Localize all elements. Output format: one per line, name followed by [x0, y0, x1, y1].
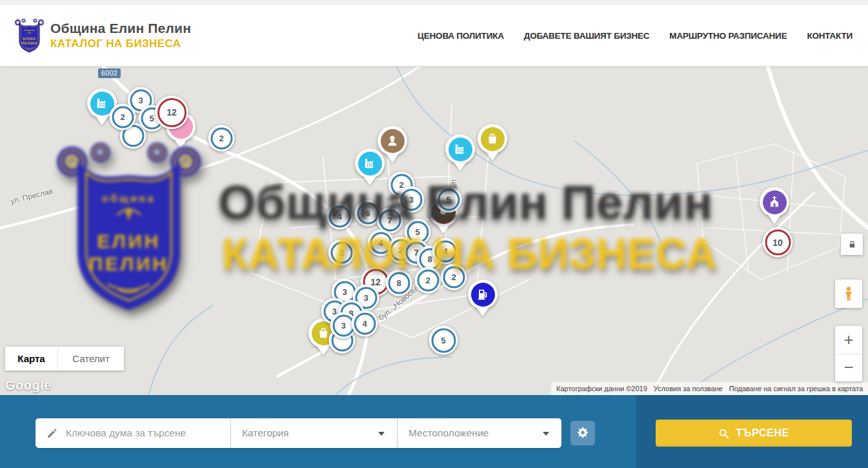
page: община ЕЛИН ПЕЛИН Община Елин Пелин КАТА…: [0, 0, 868, 468]
pencil-icon: [46, 428, 57, 439]
cluster-marker[interactable]: 3: [398, 187, 425, 213]
cluster-count: 2: [219, 134, 223, 143]
search-input-group: Категория Местоположение: [35, 418, 561, 448]
cluster-count: 8: [396, 278, 401, 288]
cluster-count: 12: [167, 107, 177, 117]
category-marker[interactable]: [760, 187, 789, 217]
cluster-count: 4: [378, 238, 383, 248]
cluster-count: 5: [441, 336, 445, 345]
cluster-count: 5: [149, 114, 154, 123]
cluster-count: 3: [341, 321, 345, 331]
google-logo[interactable]: Google: [5, 378, 52, 393]
attribution-text: Картографски данни ©2019: [553, 385, 651, 392]
map-attribution: Картографски данни ©2019Условия за ползв…: [551, 382, 868, 395]
category-marker[interactable]: [445, 134, 475, 164]
cluster-marker[interactable]: 5: [436, 187, 462, 213]
site-subtitle: КАТАЛОГ НА БИЗНЕСА: [50, 37, 191, 50]
category-marker[interactable]: [468, 280, 498, 309]
cluster-count: 7: [387, 216, 392, 225]
search-button[interactable]: ТЪРСЕНЕ: [656, 420, 852, 447]
cluster-count: 5: [415, 227, 419, 237]
lock-icon: [847, 239, 857, 249]
attribution-link[interactable]: Подаване на сигнал за грешка в картата: [726, 385, 866, 392]
nav-item[interactable]: ДОБАВЕТЕ ВАШИЯТ БИЗНЕС: [524, 31, 650, 41]
category-marker[interactable]: [478, 124, 507, 154]
map-type-control: Карта Сателит: [5, 347, 124, 371]
fuel-icon: [471, 283, 495, 307]
cluster-marker[interactable]: 4: [432, 238, 459, 265]
cluster-marker[interactable]: 10: [763, 227, 793, 258]
cluster-count: 3: [342, 287, 347, 297]
cluster-marker[interactable]: 4: [327, 203, 353, 230]
map-canvas[interactable]: 6002 ул. Преславбул. „Новоселции 3251222…: [0, 66, 868, 395]
zoom-out-button[interactable]: −: [835, 354, 862, 382]
site-logo[interactable]: община ЕЛИН ПЕЛИН Община Елин Пелин КАТА…: [14, 17, 191, 54]
cluster-count: 12: [370, 276, 381, 287]
nav-item[interactable]: МАРШРУТНО РАЗПИСАНИЕ: [669, 31, 787, 41]
category-select[interactable]: Категория: [242, 427, 397, 439]
municipality-crest-icon: община ЕЛИН ПЕЛИН: [14, 17, 45, 54]
search-button-label: ТЪРСЕНЕ: [736, 427, 789, 439]
svg-text:ПЕЛИН: ПЕЛИН: [21, 41, 37, 45]
top-strip: [0, 0, 868, 5]
nav: ЦЕНОВА ПОЛИТИКАДОБАВЕТЕ ВАШИЯТ БИЗНЕСМАР…: [418, 31, 853, 41]
cluster-marker[interactable]: 4: [352, 310, 378, 337]
cluster-count: 8: [427, 254, 432, 264]
chevron-down-icon[interactable]: [543, 432, 549, 436]
cluster-count: 3: [409, 195, 413, 205]
cluster-count: 2: [120, 112, 125, 122]
cluster-marker[interactable]: 2: [415, 267, 441, 294]
zoom-in-button[interactable]: +: [835, 326, 862, 354]
church-icon: [763, 190, 787, 214]
cluster-count: 3: [138, 96, 143, 105]
cluster-marker[interactable]: 12: [155, 96, 188, 129]
search-panel: Категория Местоположение ТЪРСЕНЕ: [0, 395, 868, 468]
site-title: Община Елин Пелин: [50, 21, 191, 36]
factory-icon: [358, 152, 382, 176]
map-type-satellite-button[interactable]: Сателит: [58, 347, 124, 371]
cluster-marker[interactable]: 2: [328, 239, 355, 266]
category-section: Категория: [230, 418, 397, 448]
factory-icon: [449, 137, 472, 161]
keyword-search-input[interactable]: [66, 427, 214, 439]
cluster-marker[interactable]: 2: [110, 104, 136, 130]
cluster-marker[interactable]: 8: [386, 270, 412, 296]
category-marker[interactable]: [355, 148, 385, 178]
advanced-settings-button[interactable]: [570, 421, 595, 445]
cluster-count: 4: [337, 212, 341, 221]
cluster-marker[interactable]: 2: [208, 125, 235, 152]
cluster-marker[interactable]: 5: [429, 326, 458, 355]
map-markers: 325122235467542278412822333834510: [0, 66, 868, 395]
cluster-count: 10: [772, 237, 783, 247]
search-icon: [718, 428, 729, 439]
gear-icon: [576, 427, 589, 440]
worker-icon: [381, 129, 405, 153]
cluster-count: 2: [339, 248, 343, 258]
cluster-count: 6: [365, 209, 370, 218]
cluster-count: 4: [362, 319, 367, 329]
lock-button[interactable]: [841, 234, 863, 255]
cluster-count: 2: [398, 245, 403, 255]
zoom-control: + −: [835, 326, 862, 382]
cluster-count: 3: [363, 293, 368, 303]
category-marker[interactable]: [378, 126, 407, 156]
cluster-marker[interactable]: 2: [441, 264, 467, 290]
attribution-link[interactable]: Условия за ползване: [651, 385, 726, 392]
chevron-down-icon[interactable]: [378, 432, 385, 436]
location-section: Местоположение: [397, 418, 561, 448]
cluster-count: 2: [425, 276, 430, 285]
cluster-count: 5: [446, 195, 450, 205]
map-type-map-button[interactable]: Карта: [5, 347, 58, 371]
cluster-count: 2: [451, 272, 456, 282]
nav-item[interactable]: КОНТАКТИ: [807, 31, 853, 41]
svg-text:ЕЛИН: ЕЛИН: [23, 36, 36, 41]
svg-text:община: община: [24, 28, 35, 31]
keyword-section: [35, 418, 230, 448]
nav-item[interactable]: ЦЕНОВА ПОЛИТИКА: [418, 31, 504, 41]
location-select[interactable]: Местоположение: [409, 427, 561, 439]
pegman-icon: [840, 285, 857, 302]
shopping-bag-icon: [481, 127, 505, 151]
pegman-button[interactable]: [835, 280, 862, 308]
cluster-count: 4: [443, 247, 447, 256]
header: община ЕЛИН ПЕЛИН Община Елин Пелин КАТА…: [0, 5, 868, 66]
